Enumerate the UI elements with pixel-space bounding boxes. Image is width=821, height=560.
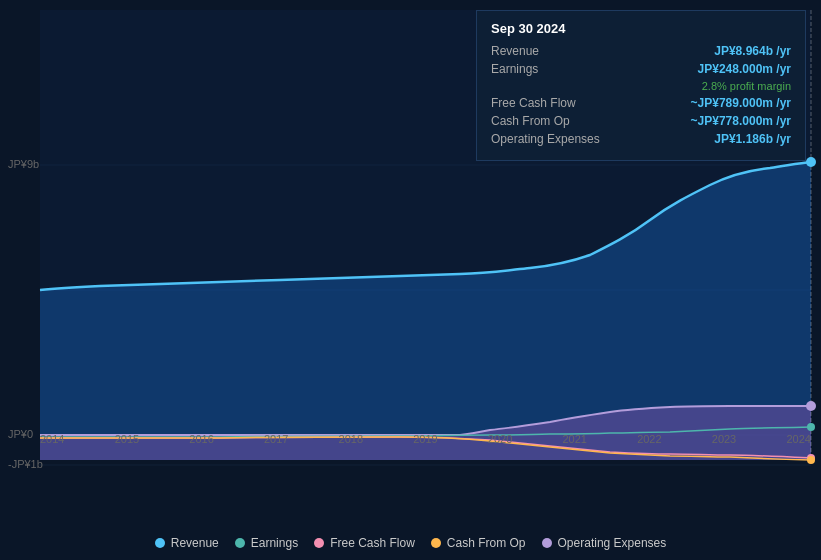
x-label-2022: 2022	[637, 433, 661, 445]
legend-dot-revenue	[155, 538, 165, 548]
legend-dot-opex	[542, 538, 552, 548]
chart-legend: Revenue Earnings Free Cash Flow Cash Fro…	[0, 536, 821, 550]
tooltip-row-cfo: Cash From Op ~JP¥778.000m /yr	[491, 114, 791, 128]
tooltip-label-revenue: Revenue	[491, 44, 611, 58]
legend-label-cfo: Cash From Op	[447, 536, 526, 550]
x-label-2015: 2015	[115, 433, 139, 445]
legend-label-opex: Operating Expenses	[558, 536, 667, 550]
legend-dot-fcf	[314, 538, 324, 548]
x-label-2014: 2014	[40, 433, 64, 445]
x-label-2016: 2016	[189, 433, 213, 445]
svg-point-8	[806, 401, 816, 411]
x-label-2019: 2019	[413, 433, 437, 445]
tooltip-value-fcf: ~JP¥789.000m /yr	[691, 96, 791, 110]
x-label-2017: 2017	[264, 433, 288, 445]
legend-label-fcf: Free Cash Flow	[330, 536, 415, 550]
tooltip-value-earnings: JP¥248.000m /yr	[698, 62, 791, 76]
legend-fcf[interactable]: Free Cash Flow	[314, 536, 415, 550]
tooltip-label-earnings: Earnings	[491, 62, 611, 76]
svg-point-7	[806, 157, 816, 167]
x-label-2024: 2024	[786, 433, 810, 445]
tooltip-label-fcf: Free Cash Flow	[491, 96, 611, 110]
tooltip-row-fcf: Free Cash Flow ~JP¥789.000m /yr	[491, 96, 791, 110]
x-label-2018: 2018	[339, 433, 363, 445]
x-label-2021: 2021	[562, 433, 586, 445]
y-label-neg1b: -JP¥1b	[8, 458, 43, 470]
tooltip-title: Sep 30 2024	[491, 21, 791, 36]
svg-point-9	[807, 423, 815, 431]
legend-cfo[interactable]: Cash From Op	[431, 536, 526, 550]
x-label-2023: 2023	[712, 433, 736, 445]
legend-opex[interactable]: Operating Expenses	[542, 536, 667, 550]
legend-label-earnings: Earnings	[251, 536, 298, 550]
tooltip-row-earnings: Earnings JP¥248.000m /yr	[491, 62, 791, 76]
tooltip-value-opex: JP¥1.186b /yr	[714, 132, 791, 146]
tooltip-value-revenue: JP¥8.964b /yr	[714, 44, 791, 58]
tooltip-label-opex: Operating Expenses	[491, 132, 611, 146]
tooltip-row-revenue: Revenue JP¥8.964b /yr	[491, 44, 791, 58]
legend-label-revenue: Revenue	[171, 536, 219, 550]
tooltip-label-cfo: Cash From Op	[491, 114, 611, 128]
legend-revenue[interactable]: Revenue	[155, 536, 219, 550]
y-label-9b: JP¥9b	[8, 158, 39, 170]
x-label-2020: 2020	[488, 433, 512, 445]
chart-tooltip: Sep 30 2024 Revenue JP¥8.964b /yr Earnin…	[476, 10, 806, 161]
tooltip-value-cfo: ~JP¥778.000m /yr	[691, 114, 791, 128]
legend-dot-earnings	[235, 538, 245, 548]
svg-point-11	[807, 456, 815, 464]
legend-dot-cfo	[431, 538, 441, 548]
tooltip-row-opex: Operating Expenses JP¥1.186b /yr	[491, 132, 791, 146]
x-axis: 2014 2015 2016 2017 2018 2019 2020 2021 …	[40, 433, 811, 445]
tooltip-profit-margin: 2.8% profit margin	[611, 80, 791, 92]
y-label-0: JP¥0	[8, 428, 33, 440]
legend-earnings[interactable]: Earnings	[235, 536, 298, 550]
